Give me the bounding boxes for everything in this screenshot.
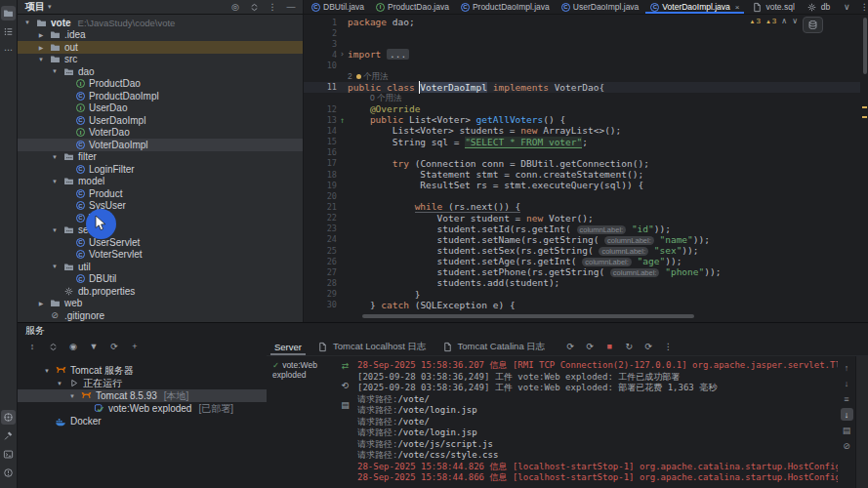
code-line[interactable]: 27 student.setPhone(rs.getString( column… <box>304 266 860 277</box>
code-line[interactable]: 20 <box>304 190 860 201</box>
service-item-tomcat-8-5-93[interactable]: ▼Tomcat 8.5.93[本地] <box>18 389 267 402</box>
print-icon[interactable]: ▤ <box>841 424 853 436</box>
tree-item-filter[interactable]: ▼filter <box>18 151 303 164</box>
tree-item-dbutil[interactable]: CDBUtil <box>18 273 303 286</box>
tree-item-.gitignore[interactable]: ⊘.gitignore <box>18 309 303 322</box>
tree-item-web[interactable]: ▶web <box>18 298 303 310</box>
code-line[interactable]: 15 String sql = "SELECT * FROM voter"; <box>304 137 860 147</box>
intention-bulb-icon[interactable] <box>356 74 361 79</box>
chevron-down-icon[interactable]: ▼ <box>51 179 59 184</box>
code-line[interactable]: 25 student.setSex(rs.getString( columnLa… <box>304 245 860 256</box>
editor-tab[interactable]: CVoterDaoImpl.java× <box>644 0 745 14</box>
terminal-icon[interactable] <box>1 447 16 462</box>
soft-wrap-icon[interactable]: ≡ <box>841 392 853 405</box>
code-line[interactable]: 29 } <box>304 289 860 300</box>
prev-problem-icon[interactable]: ∧ <box>781 17 787 25</box>
chevron-down-icon[interactable]: ▼ <box>51 68 59 74</box>
hot-swap-icon[interactable]: ⇄ <box>340 360 351 372</box>
structure-icon[interactable] <box>1 24 16 39</box>
filter-icon[interactable]: ▼ <box>88 342 100 353</box>
sync-icon[interactable]: ↕ <box>26 342 38 353</box>
code-line[interactable]: 30 } catch (SQLException e) { <box>304 300 860 310</box>
code-line[interactable]: 2 <box>304 27 860 38</box>
code-line[interactable]: 19 ResultSet rs = stmt.executeQuery(sql)… <box>304 180 860 190</box>
tree-item-voterdaoimpl[interactable]: CVoterDaoImpl <box>18 139 303 151</box>
tree-item-src[interactable]: ▼src <box>18 54 303 66</box>
code-line[interactable]: 21 while (rs.next()) { <box>304 201 860 212</box>
tree-item-product[interactable]: CProduct <box>18 187 303 200</box>
more-tabs-icon[interactable]: ⋮ <box>858 1 868 13</box>
editor-horizontal-scrollbar[interactable] <box>362 314 694 318</box>
project-folder-icon[interactable] <box>1 6 16 20</box>
tree-item-db.properties[interactable]: db.properties <box>18 285 303 298</box>
chevron-down-icon[interactable]: ▼ <box>23 20 31 25</box>
stop-server-icon[interactable]: ■ <box>603 341 615 352</box>
code-line[interactable]: 14 List<Voter> students = new ArrayList<… <box>304 125 860 136</box>
chevron-right-icon[interactable]: ▶ <box>37 300 45 306</box>
code-line[interactable]: 4›import ... <box>304 49 860 60</box>
editor-tab[interactable]: IProductDao.java <box>370 0 455 14</box>
editor-vertical-scrollbar[interactable] <box>863 18 867 74</box>
code-line[interactable]: 17 try (Connection conn = DBUtil.getConn… <box>304 158 860 169</box>
prev-message-icon[interactable]: ↑ <box>841 361 853 374</box>
tree-item-sysuser[interactable]: CSysUser <box>18 200 303 213</box>
next-problem-icon[interactable]: ∨ <box>792 17 798 25</box>
chevron-down-icon[interactable]: ▾ <box>48 3 52 11</box>
database-button[interactable] <box>803 17 823 33</box>
warning-count-badge[interactable]: 3 <box>765 17 776 25</box>
code-inlay-row[interactable]: 0 个用法 <box>304 93 860 103</box>
clear-console-icon[interactable]: ⊘ <box>841 439 853 452</box>
code-line[interactable]: 18 Statement stmt = conn.createStatement… <box>304 169 860 180</box>
chevron-down-icon[interactable]: ▼ <box>43 368 51 374</box>
hide-panel-icon[interactable]: — <box>285 1 297 13</box>
show-services-icon[interactable]: ◉ <box>67 342 79 353</box>
code-line[interactable]: 12 @Override <box>304 103 860 114</box>
chevron-down-icon[interactable]: ∨ <box>841 1 852 13</box>
add-service-icon[interactable]: + <box>129 342 141 353</box>
warning-count-badge[interactable]: 3 <box>749 17 760 25</box>
chevron-down-icon[interactable]: ▼ <box>68 393 76 399</box>
code-line[interactable]: 23 student.setId(rs.getInt( columnLabel:… <box>304 224 860 234</box>
tree-item-voterdao[interactable]: IVoterDao <box>18 127 303 140</box>
tree-item-out[interactable]: ▶out <box>18 41 303 54</box>
history-icon[interactable]: ▤ <box>340 399 351 411</box>
tree-item-model[interactable]: ▼model <box>18 176 303 188</box>
console-tab[interactable]: Tomcat Localhost 日志 <box>310 338 434 355</box>
rerun-server-icon[interactable]: ⟳ <box>564 341 576 352</box>
console-tab[interactable]: Server <box>267 338 310 355</box>
console-output[interactable]: 28-Sep-2025 15:58:36.207 信息 [RMI TCP Con… <box>353 356 838 488</box>
editor-tab[interactable]: CUserDaoImpl.java <box>556 0 645 14</box>
locate-file-icon[interactable]: ◎ <box>229 1 241 13</box>
service-item--[interactable]: ▼正在运行 <box>18 377 267 389</box>
tree-item-loginfilter[interactable]: CLoginFilter <box>18 163 303 176</box>
problems-icon[interactable] <box>1 466 16 480</box>
chevron-down-icon[interactable]: ▼ <box>56 381 63 386</box>
close-tab-icon[interactable]: × <box>735 3 740 12</box>
service-item-vote-web-exploded[interactable]: vote:Web exploded[已部署] <box>18 402 267 415</box>
chevron-right-icon[interactable]: ▶ <box>37 31 45 38</box>
rollback-icon[interactable]: ⟳ <box>108 342 120 353</box>
build-icon[interactable] <box>1 428 16 443</box>
chevron-down-icon[interactable]: ▼ <box>51 264 59 269</box>
redeploy-icon[interactable]: ↻ <box>623 341 635 352</box>
more-options-icon[interactable]: ⋮ <box>267 1 278 13</box>
collapse-all-icon[interactable] <box>248 1 260 13</box>
tree-item-userservlet[interactable]: CUserServlet <box>18 236 303 249</box>
more-tool-windows-icon[interactable]: ⋯ <box>1 43 16 58</box>
code-line[interactable]: 24 student.setName(rs.getString( columnL… <box>304 234 860 245</box>
editor-tab[interactable]: vote.sql <box>745 0 800 14</box>
service-item-docker[interactable]: Docker <box>18 415 267 427</box>
chevron-down-icon[interactable]: ▼ <box>51 154 59 160</box>
tree-item-dao[interactable]: ▼dao <box>18 65 303 78</box>
editor-tab[interactable]: db <box>801 0 836 14</box>
rollback-icon[interactable]: ⟲ <box>340 380 351 391</box>
update-application-icon[interactable]: ⟳ <box>642 341 654 352</box>
more-icon[interactable]: ⋮ <box>662 341 674 352</box>
editor-tab[interactable]: CDBUtil.java <box>306 0 370 14</box>
restart-server-icon[interactable]: ⟳ <box>584 341 596 352</box>
tree-item-voter[interactable]: CVoter <box>18 212 303 224</box>
code-line[interactable]: 16 <box>304 147 860 158</box>
console-tab[interactable]: Tomcat Catalina 日志 <box>434 338 554 355</box>
code-line[interactable]: 22 Voter student = new Voter(); <box>304 213 860 224</box>
tree-item-.idea[interactable]: ▶.idea <box>18 29 303 42</box>
